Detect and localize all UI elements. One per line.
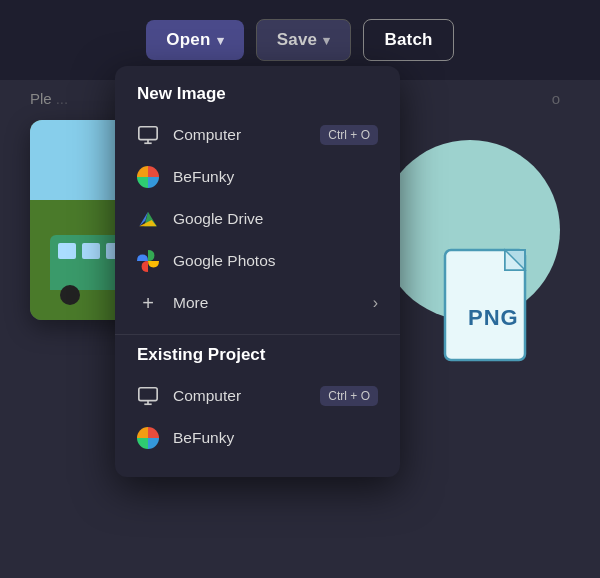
gphotos-new-item[interactable]: Google Photos: [115, 240, 400, 282]
svg-text:PNG: PNG: [468, 305, 519, 330]
png-file-icon: PNG: [440, 230, 550, 370]
save-chevron-icon: ▾: [323, 33, 330, 48]
section-divider: [115, 334, 400, 335]
gdrive-new-item[interactable]: Google Drive: [115, 198, 400, 240]
ple-text: Ple: [30, 90, 52, 107]
more-arrow-icon: ›: [373, 294, 378, 312]
computer-new-item[interactable]: Computer Ctrl + O: [115, 114, 400, 156]
batch-label: Batch: [384, 30, 432, 50]
gphotos-new-label: Google Photos: [173, 252, 378, 270]
more-label: More: [173, 294, 359, 312]
computer-existing-item[interactable]: Computer Ctrl + O: [115, 375, 400, 417]
befunky-existing-label: BeFunky: [173, 429, 378, 447]
save-label: Save: [277, 30, 318, 50]
befunky-existing-item[interactable]: BeFunky: [115, 417, 400, 459]
bus-window: [82, 243, 100, 259]
monitor-icon: [137, 124, 159, 146]
batch-button[interactable]: Batch: [363, 19, 453, 61]
monitor-existing-icon: [137, 385, 159, 407]
plus-icon: +: [137, 292, 159, 314]
befunky-icon: [137, 166, 159, 188]
gdrive-icon: [137, 208, 159, 230]
befunky-new-label: BeFunky: [173, 168, 378, 186]
computer-existing-label: Computer: [173, 387, 306, 405]
gdrive-new-label: Google Drive: [173, 210, 378, 228]
svg-rect-11: [139, 388, 157, 401]
placeholder-dots: ...: [56, 90, 69, 107]
open-dropdown: New Image Computer Ctrl + O BeFunky: [115, 66, 400, 477]
svg-rect-4: [139, 127, 157, 140]
computer-new-label: Computer: [173, 126, 306, 144]
befunky-existing-icon: [137, 427, 159, 449]
open-button[interactable]: Open ▾: [146, 20, 243, 60]
save-button[interactable]: Save ▾: [256, 19, 352, 61]
open-label: Open: [166, 30, 210, 50]
computer-new-shortcut: Ctrl + O: [320, 125, 378, 145]
bus-window: [58, 243, 76, 259]
computer-existing-shortcut: Ctrl + O: [320, 386, 378, 406]
open-chevron-icon: ▾: [217, 33, 224, 48]
o-text: o: [552, 90, 560, 107]
existing-project-title: Existing Project: [115, 345, 400, 375]
more-item[interactable]: + More ›: [115, 282, 400, 324]
new-image-title: New Image: [115, 84, 400, 114]
befunky-new-item[interactable]: BeFunky: [115, 156, 400, 198]
bus-wheel: [60, 285, 80, 305]
gphotos-icon: [137, 250, 159, 272]
